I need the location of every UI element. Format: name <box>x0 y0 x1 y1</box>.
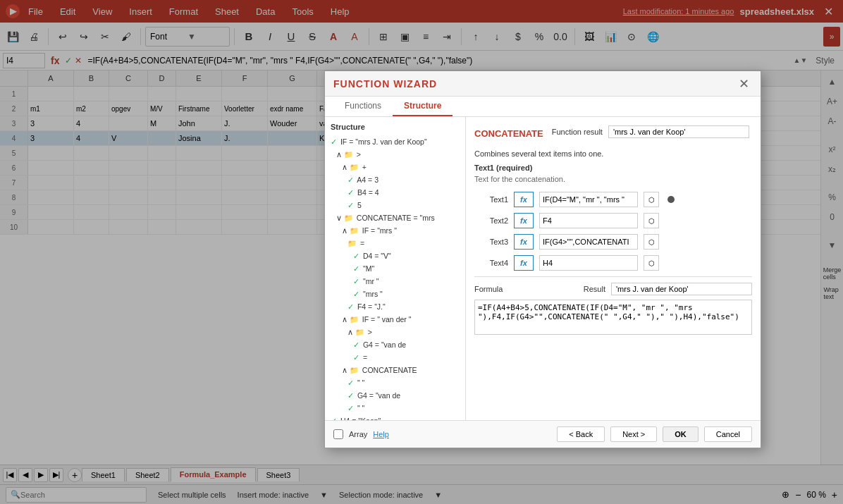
list-item[interactable]: ✓ = <box>331 351 460 364</box>
list-item[interactable]: ✓ H4 = "Koop" <box>331 414 460 420</box>
param-shrink-button-text1[interactable]: ⬡ <box>644 192 659 207</box>
modal-tabs: Functions Structure <box>325 97 761 117</box>
param-fx-button-text3[interactable]: fx <box>514 234 534 250</box>
list-item[interactable]: ✓ IF = "mrs J. van der Koop" <box>331 135 460 148</box>
structure-panel: Structure ✓ IF = "mrs J. van der Koop" ∧… <box>325 117 466 420</box>
tab-structure[interactable]: Structure <box>393 97 453 116</box>
list-item[interactable]: ✓ "mrs " <box>331 288 460 300</box>
collapse-icon: ∧ <box>342 163 347 171</box>
footer-right: < Back Next > OK Cancel <box>557 426 752 442</box>
list-item[interactable]: ✓ G4 = "van de <box>331 338 460 351</box>
formula-textarea[interactable]: =IF(A4+B4>5,CONCATENATE(IF(D4="M", "mr "… <box>474 300 752 335</box>
check-icon: ✓ <box>353 252 359 260</box>
help-button[interactable]: Help <box>373 430 389 438</box>
list-item[interactable]: ✓ "M" <box>331 262 460 275</box>
function-name: CONCATENATE <box>474 128 543 139</box>
modal-header: FUNCTION WIZARD ✕ <box>325 71 761 97</box>
folder-icon: 📁 <box>344 150 353 159</box>
check-icon: ✓ <box>331 137 337 146</box>
param-shrink-button-text3[interactable]: ⬡ <box>644 234 659 250</box>
param-row-text2: Text2 fx ⬡ <box>474 213 752 228</box>
param-fx-button-text4[interactable]: fx <box>514 255 534 271</box>
check-icon: ✓ <box>353 340 359 349</box>
list-item[interactable]: ∧ 📁 IF = "mrs " <box>331 224 460 237</box>
next-button[interactable]: Next > <box>610 426 657 442</box>
param-label-text4: Text4 <box>474 259 508 267</box>
function-result-value: 'mrs J. van der Koop' <box>608 125 749 138</box>
param-fx-button-text2[interactable]: fx <box>514 213 534 228</box>
param-label-text2: Text2 <box>474 216 508 225</box>
collapse-icon: ∧ <box>347 328 353 336</box>
list-item[interactable]: ∧ 📁 CONCATENATE <box>331 364 460 376</box>
modal-close-button[interactable]: ✕ <box>735 75 752 92</box>
formula-label: Formula <box>474 285 503 293</box>
folder-icon: 📁 <box>350 226 359 235</box>
check-icon: ✓ <box>347 176 354 184</box>
result-value: 'mrs J. van der Koop' <box>611 283 752 295</box>
check-icon: ✓ <box>347 201 354 209</box>
list-item[interactable]: ∧ 📁 IF = " van der " <box>331 313 460 326</box>
function-params-panel: CONCATENATE Function result 'mrs J. van … <box>466 117 761 420</box>
param-label-text1: Text1 <box>474 195 508 204</box>
check-icon: ✓ <box>353 277 359 285</box>
modal-body: Structure ✓ IF = "mrs J. van der Koop" ∧… <box>325 117 761 420</box>
list-item[interactable]: 📁 = <box>331 237 460 250</box>
folder-icon: 📁 <box>350 366 359 374</box>
result-label: Result <box>584 285 605 293</box>
list-item[interactable]: ✓ 5 <box>331 199 460 211</box>
check-icon: ✓ <box>347 391 354 400</box>
function-result-row: Function result 'mrs J. van der Koop' <box>552 125 749 138</box>
list-item[interactable]: ✓ F4 = "J." <box>331 300 460 313</box>
back-button[interactable]: < Back <box>557 426 605 442</box>
list-item[interactable]: ✓ B4 = 4 <box>331 186 460 199</box>
list-item[interactable]: ✓ "mr " <box>331 275 460 288</box>
param-label-text3: Text3 <box>474 238 508 246</box>
structure-title: Structure <box>331 123 460 131</box>
list-item[interactable]: ✓ " " <box>331 402 460 414</box>
cancel-button[interactable]: Cancel <box>704 426 752 442</box>
collapse-icon: ∧ <box>342 226 347 235</box>
param-row-text3: Text3 fx ⬡ <box>474 234 752 250</box>
array-checkbox[interactable] <box>333 429 343 439</box>
check-icon: ✓ <box>331 417 337 420</box>
check-icon: ✓ <box>347 379 354 387</box>
folder-icon: 📁 <box>350 163 359 171</box>
collapse-icon: ∧ <box>342 366 347 374</box>
cursor-indicator <box>667 196 675 203</box>
function-wizard-modal: FUNCTION WIZARD ✕ Functions Structure St… <box>324 70 761 448</box>
modal-footer: Array Help < Back Next > OK Cancel <box>325 420 761 448</box>
formula-result-row: Formula Result 'mrs J. van der Koop' <box>474 283 752 295</box>
check-icon: ✓ <box>347 302 354 311</box>
footer-left: Array Help <box>333 429 389 439</box>
list-item[interactable]: ∧ 📁 > <box>331 326 460 338</box>
list-item[interactable]: ✓ A4 = 3 <box>331 173 460 186</box>
folder-icon: 📁 <box>344 214 353 222</box>
param-input-text1[interactable] <box>539 192 638 207</box>
param-shrink-button-text2[interactable]: ⬡ <box>644 213 659 228</box>
param-input-text4[interactable] <box>539 255 638 271</box>
list-item[interactable]: ∧ 📁 + <box>331 161 460 173</box>
function-result-label: Function result <box>552 128 603 136</box>
list-item[interactable]: ✓ G4 = "van de <box>331 389 460 402</box>
formula-section: Formula Result 'mrs J. van der Koop' =IF… <box>474 276 752 337</box>
check-icon: ✓ <box>347 188 354 197</box>
check-icon: ✓ <box>353 353 359 362</box>
list-item[interactable]: ∨ 📁 CONCATENATE = "mrs <box>331 211 460 224</box>
text1-description: Text for the concatenation. <box>474 175 752 183</box>
folder-icon: 📁 <box>355 328 364 336</box>
list-item[interactable]: ✓ D4 = "V" <box>331 250 460 262</box>
param-input-text2[interactable] <box>539 213 638 228</box>
list-item[interactable]: ∧ 📁 > <box>331 148 460 161</box>
check-icon: ✓ <box>347 404 354 412</box>
array-label: Array <box>349 430 367 438</box>
list-item[interactable]: ✓ " " <box>331 376 460 389</box>
param-shrink-button-text4[interactable]: ⬡ <box>644 255 659 271</box>
check-icon: ✓ <box>353 264 359 273</box>
folder-icon: 📁 <box>347 239 357 247</box>
modal-title: FUNCTION WIZARD <box>333 78 437 90</box>
param-fx-button-text1[interactable]: fx <box>514 192 534 207</box>
param-row-text1: Text1 fx ⬡ <box>474 192 752 207</box>
ok-button[interactable]: OK <box>663 426 699 442</box>
param-input-text3[interactable] <box>539 234 638 250</box>
tab-functions[interactable]: Functions <box>333 97 393 116</box>
